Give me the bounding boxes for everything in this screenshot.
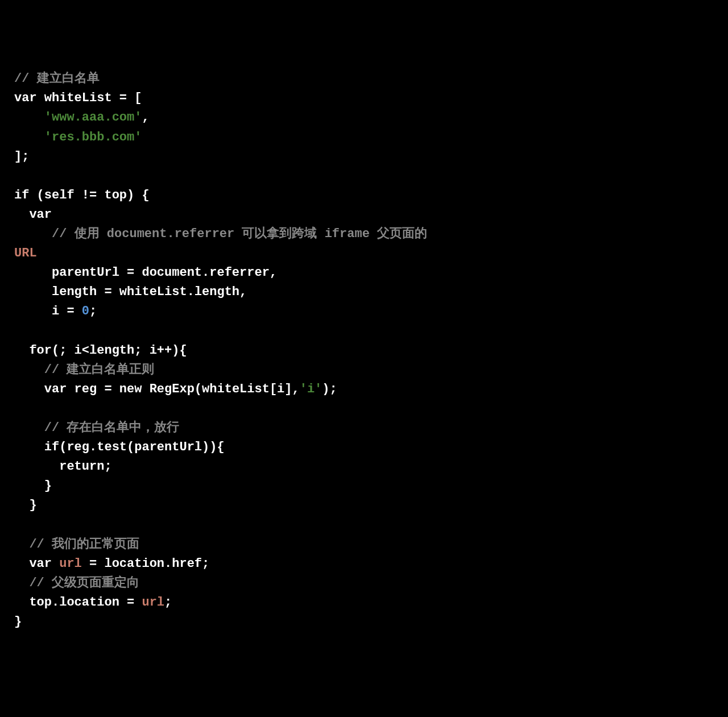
code-line-25: // 我们的正常页面 xyxy=(14,537,139,552)
code-block: // 建立白名单 var whiteList = [ 'www.aaa.com'… xyxy=(14,69,714,632)
code-line-29: } xyxy=(14,615,22,629)
code-line-3: 'www.aaa.com', xyxy=(14,110,150,125)
comment-line-1: // 建立白名单 xyxy=(14,72,100,86)
code-line-23: } xyxy=(14,498,37,512)
code-line-20: if(reg.test(parentUrl)){ xyxy=(14,440,225,454)
code-line-16: // 建立白名单正则 xyxy=(14,363,154,377)
code-line-2: var whiteList = [ xyxy=(14,91,142,105)
code-line-4: 'res.bbb.com' xyxy=(14,130,142,144)
code-line-12: length = whiteList.length, xyxy=(14,285,247,299)
code-line-17: var reg = new RegExp(whiteList[i],'i'); xyxy=(14,382,337,396)
code-line-26: var url = location.href; xyxy=(14,557,209,571)
code-line-8: var xyxy=(14,208,52,222)
code-line-7: if (self != top) { xyxy=(14,188,150,202)
code-line-19: // 存在白名单中，放行 xyxy=(14,421,179,435)
code-line-15: for(; i<length; i++){ xyxy=(14,343,187,358)
url-label: URL xyxy=(14,246,37,260)
code-line-21: return; xyxy=(14,459,112,474)
code-line-5: ]; xyxy=(14,150,29,164)
code-line-27: // 父级页面重定向 xyxy=(14,576,139,590)
code-line-28: top.location = url; xyxy=(14,595,172,610)
code-line-22: } xyxy=(14,479,52,493)
code-line-11: parentUrl = document.referrer, xyxy=(14,266,277,280)
code-line-9: // 使用 document.referrer 可以拿到跨域 iframe 父页… xyxy=(14,227,435,241)
code-line-13: i = 0; xyxy=(14,304,97,318)
